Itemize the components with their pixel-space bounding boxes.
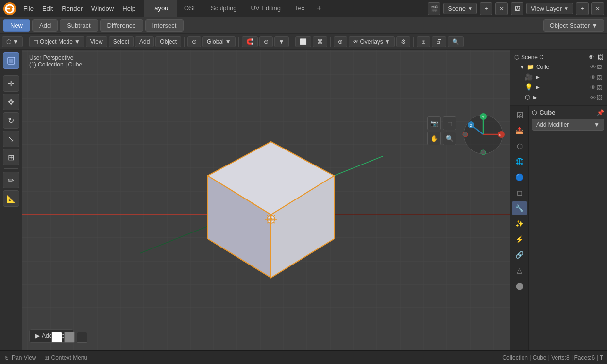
rotate-tool-btn[interactable]: ↻ <box>3 112 19 129</box>
swatch-white[interactable] <box>51 332 62 343</box>
swatch-gray[interactable] <box>64 332 75 343</box>
overlays-btn[interactable]: 👁 Overlays ▼ <box>349 36 395 47</box>
select-tool-btn[interactable] <box>3 52 19 69</box>
props-pin-icon[interactable]: 📌 <box>597 109 604 116</box>
select-menu-btn[interactable]: Select <box>109 36 134 47</box>
scene-name: Scene <box>448 5 466 12</box>
add-menu-btn[interactable]: Add <box>135 36 154 47</box>
cam-render-icon[interactable]: 🖼 <box>597 74 602 80</box>
scene-add-icon[interactable]: + <box>480 2 492 15</box>
prop-output-icon[interactable]: 📤 <box>512 123 527 138</box>
camera-view-btn[interactable]: 📷 <box>427 116 441 130</box>
cube-item[interactable]: ⬡ ▶ 👁 🖼 <box>513 92 604 102</box>
prop-physics-icon[interactable]: ⚡ <box>512 232 527 247</box>
pivot-btn[interactable]: ⊙ <box>187 36 201 47</box>
scene-selector[interactable]: Scene ▼ <box>443 3 477 14</box>
context-menu-icon: ⊞ <box>44 354 49 361</box>
prop-view-layer-icon[interactable]: ⬡ <box>512 139 527 153</box>
measure-tool-btn[interactable]: 📐 <box>3 190 19 207</box>
add-modifier-button[interactable]: Add Modifier ▼ <box>532 119 604 131</box>
prop-modifier-icon[interactable]: 🔧 <box>512 201 527 215</box>
menu-render[interactable]: Render <box>58 3 86 14</box>
prop-constraints-icon[interactable]: 🔗 <box>512 248 527 262</box>
view-menu-btn[interactable]: View <box>86 36 107 47</box>
viewport-gizmo[interactable]: X Y Z <box>461 113 505 156</box>
view-layer-remove-icon[interactable]: ✕ <box>591 2 604 15</box>
annotate-tool-btn[interactable]: ✏ <box>3 172 19 188</box>
tab-sculpting[interactable]: Sculpting <box>204 0 243 17</box>
bool-subtract-button[interactable]: Subtract <box>60 19 98 32</box>
object-scatter-label: Object Scatter <box>550 22 590 29</box>
collection-item[interactable]: ▼ 📁 Colle 👁 🖼 <box>513 62 604 72</box>
tab-osl[interactable]: OSL <box>177 0 203 17</box>
cube-vis-icon[interactable]: 👁 <box>590 95 596 100</box>
prop-particles-icon[interactable]: ✨ <box>512 216 527 231</box>
viewport[interactable]: User Perspective (1) Collection | Cube <box>22 50 510 350</box>
editor-type-btn[interactable]: ⬡ ▼ <box>2 36 23 47</box>
blender-logo-icon <box>3 2 17 16</box>
menu-window[interactable]: Window <box>87 3 118 14</box>
render-icon-btn[interactable]: 🖼 <box>511 2 523 15</box>
collection-vis-icon[interactable]: 👁 <box>590 64 596 70</box>
light-render-icon[interactable]: 🖼 <box>597 84 602 90</box>
color-swatches <box>51 332 87 343</box>
prop-object-icon[interactable]: ◻ <box>512 185 527 200</box>
search-btn[interactable]: 🔍 <box>448 36 464 47</box>
tab-add[interactable]: + <box>312 0 326 17</box>
menu-help[interactable]: Help <box>118 3 139 14</box>
camera-item[interactable]: 🎥 ▶ 👁 🖼 <box>513 72 604 82</box>
bool-new-button[interactable]: New <box>3 19 30 32</box>
scene-icon-btn[interactable]: 🎬 <box>428 2 440 15</box>
gizmo-btn[interactable]: ⊕ <box>334 36 347 47</box>
transform-selector[interactable]: Global ▼ <box>202 36 236 47</box>
perspective-toggle-btn[interactable]: ◻ <box>443 116 456 130</box>
tab-tex[interactable]: Tex <box>288 0 311 17</box>
view-layer-selector[interactable]: View Layer ▼ <box>526 3 573 14</box>
layout-toggle-btn[interactable]: ⊞ <box>417 36 430 47</box>
prop-material-icon[interactable]: ⬤ <box>512 279 527 293</box>
snap-btn[interactable]: 🧲 <box>242 36 258 47</box>
move-tool-btn[interactable]: ✥ <box>3 94 19 110</box>
camera-expand-icon: ▶ <box>536 74 540 80</box>
proportional-opts-btn[interactable]: ▼ <box>274 36 289 47</box>
hand-pan-btn[interactable]: ✋ <box>427 132 441 145</box>
right-panel: ⬡ Scene C 👁 🖼 ▼ 📁 Colle 👁 🖼 🎥 <box>510 50 607 350</box>
transform-tool-btn[interactable]: ⊞ <box>3 149 19 165</box>
proportional-btn[interactable]: ⊖ <box>259 36 273 47</box>
swatch-dark[interactable] <box>77 332 87 343</box>
menu-edit[interactable]: Edit <box>38 3 57 14</box>
scale-tool-btn[interactable]: ⤡ <box>3 131 19 147</box>
object-scatter-button[interactable]: Object Scatter ▼ <box>543 19 604 32</box>
light-vis-icon[interactable]: 👁 <box>590 84 596 90</box>
cam-vis-icon[interactable]: 👁 <box>590 74 596 80</box>
view-layer-add-icon[interactable]: + <box>576 2 589 15</box>
overlay-toggle-btn[interactable]: 🗗 <box>432 36 446 47</box>
prop-world-icon[interactable]: 🔵 <box>512 170 527 184</box>
object-menu-btn[interactable]: Object <box>155 36 181 47</box>
mode-label: Object Mode <box>40 38 73 45</box>
bool-add-button[interactable]: Add <box>32 19 58 32</box>
bool-intersect-button[interactable]: Intersect <box>145 19 184 32</box>
prop-render-icon[interactable]: 🖼 <box>512 108 527 122</box>
tab-uv-editing[interactable]: UV Editing <box>244 0 287 17</box>
light-item[interactable]: 💡 ▶ 👁 🖼 <box>513 82 604 92</box>
bool-difference-button[interactable]: Difference <box>100 19 143 32</box>
viewport-shading-btn[interactable]: ⬜ <box>295 36 311 47</box>
status-info-label: Collection | Cube | Verts:8 | Faces:6 | … <box>502 354 603 361</box>
prop-scene-icon[interactable]: 🌐 <box>512 154 527 169</box>
prop-data-icon[interactable]: △ <box>512 263 527 278</box>
render-vis-icon[interactable]: 🖼 <box>597 54 603 61</box>
eye-icon[interactable]: 👁 <box>589 54 594 61</box>
zoom-in-btn[interactable]: 🔍 <box>443 132 456 145</box>
menu-file[interactable]: File <box>19 3 37 14</box>
scene-remove-icon[interactable]: ✕ <box>495 2 508 15</box>
grid-canvas <box>22 50 510 350</box>
notif-caret-icon: ▶ <box>35 332 40 339</box>
tab-layout[interactable]: Layout <box>144 0 177 17</box>
cursor-tool-btn[interactable]: ✛ <box>3 75 19 92</box>
mode-selector[interactable]: ◻ Object Mode ▼ <box>29 36 84 47</box>
collection-render-icon[interactable]: 🖼 <box>597 64 602 70</box>
overlays-settings-btn[interactable]: ⚙ <box>396 36 410 47</box>
display-mode-btn[interactable]: ⌘ <box>313 36 327 47</box>
cube-render-icon[interactable]: 🖼 <box>597 95 602 100</box>
